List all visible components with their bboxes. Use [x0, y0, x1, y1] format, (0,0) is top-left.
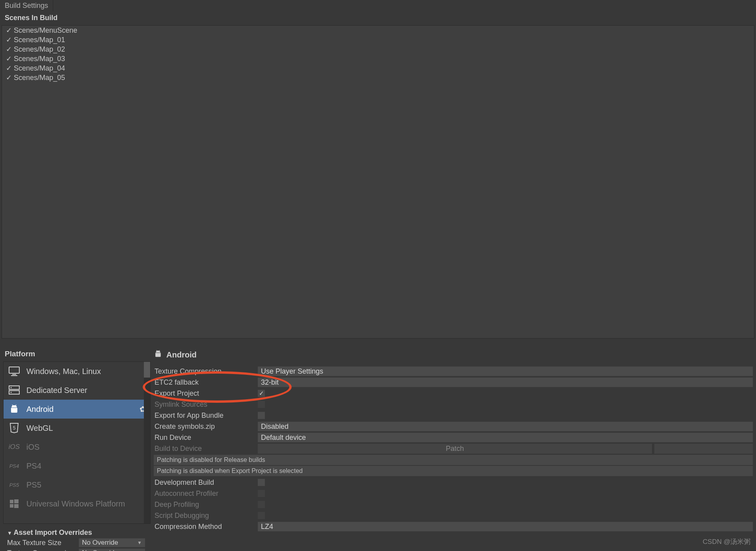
platform-ps5[interactable]: PS5 PS5 [4, 475, 150, 494]
run-device-label: Run Device [154, 434, 258, 442]
platform-label: PS4 [26, 462, 41, 471]
watermark: CSDN @汤米粥 [703, 537, 750, 546]
scrollbar-thumb[interactable] [144, 362, 150, 378]
create-symbols-label: Create symbols.zip [154, 423, 258, 431]
scene-row[interactable]: ✓Scenes/Map_01 [2, 35, 754, 45]
export-bundle-label: Export for App Bundle [154, 411, 258, 420]
check-icon: ✓ [6, 64, 14, 73]
info-banner: Patching is disabled when Export Project… [154, 466, 753, 476]
svg-rect-2 [11, 375, 17, 376]
svg-line-8 [15, 405, 16, 406]
ps5-icon: PS5 [7, 479, 21, 490]
texture-compression-dropdown[interactable]: Use Player Settings [258, 367, 753, 376]
dropdown-value: No Override [82, 549, 118, 551]
compression-method-dropdown[interactable]: LZ4 [258, 522, 753, 531]
platform-ps4[interactable]: PS4 PS4 [4, 456, 150, 475]
svg-rect-0 [9, 367, 19, 373]
check-icon: ✓ [6, 54, 14, 63]
check-icon: ✓ [6, 73, 14, 82]
platform-label: Universal Windows Platform [26, 499, 125, 508]
check-icon: ✓ [6, 26, 14, 35]
export-bundle-checkbox[interactable] [258, 412, 265, 419]
svg-line-7 [12, 405, 13, 406]
scene-row[interactable]: ✓Scenes/Map_04 [2, 63, 754, 73]
scene-label: Scenes/Map_02 [14, 45, 65, 54]
info-banner: Patching is disabled for Release builds [154, 455, 753, 465]
check-icon: ✓ [6, 35, 14, 44]
export-project-label: Export Project [154, 389, 258, 398]
texture-compression-override-dropdown[interactable]: No Override▼ [79, 549, 145, 551]
monitor-icon [7, 366, 21, 377]
platform-label: iOS [26, 443, 39, 452]
dev-build-checkbox[interactable] [258, 479, 265, 486]
scene-label: Scenes/Map_01 [14, 36, 65, 44]
deep-profiling-checkbox [258, 501, 265, 508]
run-device-dropdown[interactable]: Default device [258, 433, 753, 442]
platform-android[interactable]: Android ✿ [4, 400, 150, 419]
platform-uwp[interactable]: Universal Windows Platform [4, 494, 150, 513]
etc2-label: ETC2 fallback [154, 378, 258, 387]
export-project-checkbox[interactable]: ✓ [258, 390, 265, 397]
window-tab[interactable]: Build Settings [0, 0, 53, 11]
texture-compression-label: Texture Compression [154, 367, 258, 376]
html5-icon: 5 [7, 423, 21, 434]
scenes-list[interactable]: ✓Scenes/MenuScene ✓Scenes/Map_01 ✓Scenes… [2, 25, 754, 339]
patch-and-run-button [654, 444, 753, 454]
scene-label: Scenes/MenuScene [14, 26, 77, 35]
etc2-dropdown[interactable]: 32-bit [258, 378, 753, 387]
svg-line-15 [159, 350, 160, 352]
platform-label: Dedicated Server [26, 386, 88, 395]
platform-ios[interactable]: iOS iOS [4, 437, 150, 456]
svg-rect-11 [14, 499, 19, 503]
current-platform-title: Android [154, 348, 753, 366]
server-icon [7, 385, 21, 396]
platform-label: Windows, Mac, Linux [26, 367, 101, 376]
script-debug-checkbox [258, 512, 265, 519]
platform-dedicated-server[interactable]: Dedicated Server [4, 381, 150, 400]
deep-profiling-label: Deep Profiling [154, 501, 258, 509]
autoconnect-label: Autoconnect Profiler [154, 490, 258, 498]
build-to-device-label: Build to Device [154, 445, 258, 453]
chevron-down-icon: ▼ [137, 540, 142, 545]
scene-row[interactable]: ✓Scenes/Map_02 [2, 45, 754, 54]
scene-row[interactable]: ✓Scenes/Map_05 [2, 73, 754, 82]
compression-method-label: Compression Method [154, 523, 258, 531]
patch-button: Patch [258, 444, 652, 454]
platform-windows[interactable]: Windows, Mac, Linux [4, 362, 150, 381]
svg-text:5: 5 [13, 425, 16, 431]
android-icon [7, 404, 21, 415]
platform-header: Platform [3, 348, 151, 361]
scene-row[interactable]: ✓Scenes/MenuScene [2, 26, 754, 35]
scene-label: Scenes/Map_04 [14, 64, 65, 73]
scene-label: Scenes/Map_03 [14, 55, 65, 63]
platform-label: WebGL [26, 424, 53, 433]
ios-icon: iOS [7, 441, 21, 452]
scenes-header: Scenes In Build [0, 11, 756, 24]
scene-row[interactable]: ✓Scenes/Map_03 [2, 54, 754, 63]
platform-list: Windows, Mac, Linux Dedicated Server And… [3, 361, 151, 524]
ps4-icon: PS4 [7, 460, 21, 471]
script-debug-label: Script Debugging [154, 512, 258, 520]
svg-line-14 [156, 350, 157, 352]
symlink-checkbox [258, 401, 265, 408]
symlink-label: Symlink Sources [154, 400, 258, 409]
current-platform-label: Android [166, 350, 197, 359]
windows-icon [7, 498, 21, 509]
dropdown-value: No Override [82, 539, 118, 547]
android-icon [154, 350, 162, 360]
max-texture-dropdown[interactable]: No Override▼ [79, 538, 145, 547]
autoconnect-checkbox [258, 490, 265, 497]
svg-point-6 [11, 392, 12, 393]
check-icon: ✓ [6, 45, 14, 54]
create-symbols-dropdown[interactable]: Disabled [258, 422, 753, 431]
platform-webgl[interactable]: 5 WebGL [4, 419, 150, 437]
scrollbar[interactable] [144, 362, 150, 523]
dev-build-label: Development Build [154, 478, 258, 487]
svg-rect-10 [10, 500, 13, 503]
texture-compression-override-label: Texture Compression [7, 549, 79, 551]
svg-rect-12 [10, 504, 13, 508]
svg-point-5 [11, 387, 12, 388]
overrides-header[interactable]: Asset Import Overrides [7, 528, 147, 538]
svg-rect-13 [14, 504, 19, 508]
max-texture-label: Max Texture Size [7, 539, 79, 547]
